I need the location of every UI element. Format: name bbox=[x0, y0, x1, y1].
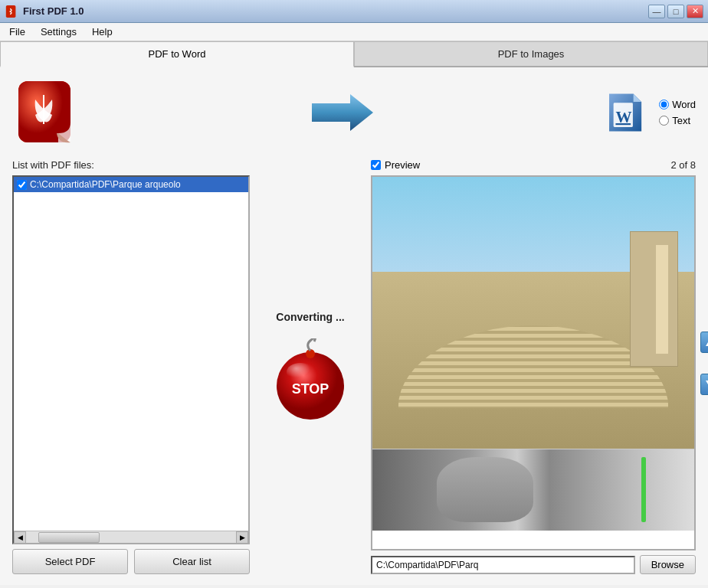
preview-header: Preview 2 of 8 bbox=[371, 159, 696, 171]
preview-label: Preview bbox=[371, 159, 420, 171]
svg-rect-10 bbox=[308, 351, 313, 355]
pdf-icon-svg bbox=[12, 78, 81, 147]
svg-point-8 bbox=[287, 363, 314, 381]
header-icons-row: W Word Text bbox=[12, 78, 696, 147]
menu-bar: File Settings Help bbox=[0, 23, 708, 41]
nav-up-arrow[interactable] bbox=[700, 332, 708, 353]
svg-text:STOP: STOP bbox=[292, 381, 329, 397]
file-checkbox[interactable] bbox=[17, 180, 27, 190]
scroll-right-arrow[interactable]: ▶ bbox=[236, 531, 248, 544]
svg-rect-6 bbox=[615, 123, 631, 125]
scroll-left-arrow[interactable]: ◀ bbox=[14, 531, 26, 544]
window-title: First PDF 1.0 bbox=[23, 5, 84, 17]
list-item: C:\Compartida\PDF\Parque arqueolo bbox=[14, 177, 248, 192]
arrow-icon bbox=[312, 90, 373, 136]
radio-text[interactable] bbox=[659, 116, 669, 126]
ruins-right bbox=[630, 231, 678, 367]
minimize-button[interactable]: — bbox=[648, 5, 665, 18]
menu-file[interactable]: File bbox=[3, 24, 31, 39]
conversion-arrow-area bbox=[81, 90, 604, 136]
thumb-face bbox=[437, 457, 533, 522]
list-label: List with PDF files: bbox=[12, 159, 250, 171]
clear-list-button[interactable]: Clear list bbox=[134, 549, 250, 574]
thumbnail-bg bbox=[372, 449, 694, 531]
browse-button[interactable]: Browse bbox=[640, 555, 696, 574]
content-row: List with PDF files: C:\Compartida\PDF\P… bbox=[12, 159, 696, 574]
word-icon-svg: W bbox=[604, 82, 647, 143]
pdf-icon-area bbox=[12, 78, 81, 147]
radio-text-text: Text bbox=[672, 115, 690, 126]
file-path: C:\Compartida\PDF\Parque arqueolo bbox=[30, 179, 181, 190]
preview-box bbox=[371, 175, 696, 550]
main-content: W Word Text List with PDF files: bbox=[0, 67, 708, 585]
nav-down-arrow[interactable] bbox=[700, 374, 708, 395]
stop-button-svg: STOP bbox=[268, 338, 352, 423]
preview-main-image bbox=[372, 177, 694, 449]
radio-word-text: Word bbox=[672, 99, 696, 110]
green-bar bbox=[641, 457, 646, 522]
word-icon-area: W Word Text bbox=[604, 82, 696, 143]
radio-word[interactable] bbox=[659, 100, 669, 109]
middle-panel: Converting ... bbox=[261, 159, 360, 574]
preview-checkbox[interactable] bbox=[371, 160, 381, 170]
svg-text:W: W bbox=[615, 108, 631, 126]
window-controls: — □ ✕ bbox=[648, 5, 703, 18]
tab-pdf-to-images[interactable]: PDF to Images bbox=[354, 41, 708, 66]
title-bar: First PDF 1.0 — □ ✕ bbox=[0, 0, 708, 23]
preview-text: Preview bbox=[385, 159, 420, 171]
preview-thumbnail bbox=[372, 449, 694, 531]
preview-area-wrapper: 2 bbox=[371, 175, 696, 550]
button-row: Select PDF Clear list bbox=[12, 549, 250, 574]
column1 bbox=[656, 245, 669, 354]
radio-text-label[interactable]: Text bbox=[659, 115, 696, 126]
page-count: 2 of 8 bbox=[670, 159, 696, 171]
radio-word-label[interactable]: Word bbox=[659, 99, 696, 110]
maximize-button[interactable]: □ bbox=[667, 5, 684, 18]
nav-controls: 2 bbox=[700, 175, 708, 550]
svg-marker-3 bbox=[312, 94, 373, 131]
menu-help[interactable]: Help bbox=[86, 24, 119, 39]
output-format-group: Word Text bbox=[659, 99, 696, 126]
scroll-thumb[interactable] bbox=[38, 532, 100, 543]
menu-settings[interactable]: Settings bbox=[34, 24, 83, 39]
horizontal-scrollbar[interactable]: ◀ ▶ bbox=[14, 531, 248, 543]
file-list-container[interactable]: C:\Compartida\PDF\Parque arqueolo ◀ ▶ bbox=[12, 175, 250, 544]
output-path-input[interactable] bbox=[371, 556, 635, 574]
select-pdf-button[interactable]: Select PDF bbox=[12, 549, 128, 574]
amphitheater-bg bbox=[372, 177, 694, 449]
left-panel: List with PDF files: C:\Compartida\PDF\P… bbox=[12, 159, 250, 574]
close-button[interactable]: ✕ bbox=[687, 5, 703, 18]
tab-bar: PDF to Word PDF to Images bbox=[0, 41, 708, 67]
converting-text: Converting ... bbox=[276, 311, 344, 323]
stop-button[interactable]: STOP bbox=[268, 338, 352, 423]
right-panel: Preview 2 of 8 bbox=[371, 159, 696, 574]
path-row: Browse bbox=[371, 555, 696, 574]
app-icon bbox=[5, 5, 18, 18]
tab-pdf-to-word[interactable]: PDF to Word bbox=[0, 41, 354, 67]
title-bar-left: First PDF 1.0 bbox=[5, 5, 84, 18]
